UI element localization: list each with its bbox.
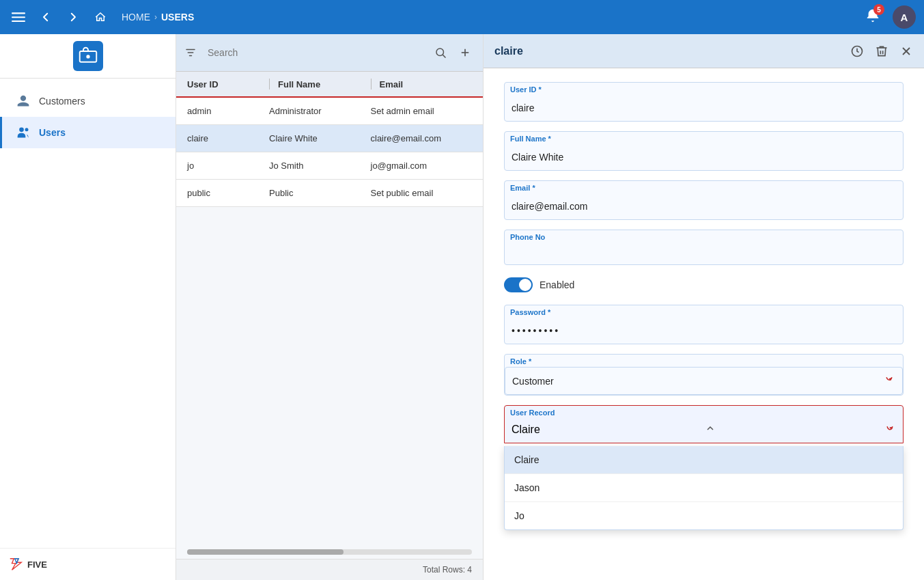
user-record-chevron-up bbox=[705, 423, 716, 437]
user-record-select[interactable]: Claire bbox=[505, 418, 903, 443]
table-row[interactable]: public Public Set public email bbox=[176, 180, 483, 207]
detail-body: User ID * Full Name * Email * bbox=[484, 68, 924, 580]
detail-header: claire bbox=[484, 34, 924, 68]
notification-badge: 5 bbox=[873, 4, 884, 15]
email-box: Email * bbox=[504, 180, 904, 220]
password-box: Password * bbox=[504, 305, 904, 344]
user-record-dropdown: Claire Jason Jo bbox=[504, 446, 904, 530]
enabled-toggle-row: Enabled bbox=[504, 277, 904, 292]
full-name-box: Full Name * bbox=[504, 131, 904, 171]
horizontal-scrollbar[interactable] bbox=[187, 549, 472, 555]
history-icon[interactable] bbox=[850, 44, 864, 58]
breadcrumb-home[interactable]: HOME bbox=[122, 12, 150, 23]
table-footer: Total Rows: 4 bbox=[176, 559, 483, 580]
user-id-field: User ID * bbox=[504, 82, 904, 122]
detail-panel: claire User ID * bbox=[484, 34, 924, 580]
user-record-field: User Record Claire bbox=[504, 405, 904, 530]
scrollbar-area[interactable] bbox=[176, 542, 483, 559]
password-field: Password * bbox=[504, 305, 904, 344]
role-dropdown-arrow bbox=[883, 373, 895, 389]
svg-point-5 bbox=[19, 128, 24, 133]
user-id-box: User ID * bbox=[504, 82, 904, 122]
home-icon bbox=[90, 7, 111, 27]
svg-point-9 bbox=[436, 49, 444, 56]
scrollbar-thumb[interactable] bbox=[187, 549, 344, 555]
table-row[interactable]: jo Jo Smith jo@gmail.com bbox=[176, 152, 483, 180]
enabled-toggle[interactable] bbox=[504, 277, 533, 292]
full-name-label: Full Name * bbox=[505, 132, 903, 144]
search-input[interactable] bbox=[202, 44, 425, 61]
sidebar: Customers Users FIVE bbox=[0, 34, 176, 580]
content-area: User ID Full Name Email admin Administra… bbox=[176, 34, 924, 580]
list-panel: User ID Full Name Email admin Administra… bbox=[176, 34, 484, 580]
role-box: Role * Customer bbox=[504, 354, 904, 396]
phone-box: Phone No bbox=[504, 230, 904, 265]
users-label: Users bbox=[39, 127, 66, 138]
svg-point-4 bbox=[86, 55, 89, 58]
sidebar-footer: FIVE bbox=[0, 548, 176, 580]
user-record-value: Claire bbox=[512, 424, 540, 436]
col-header-userid: User ID bbox=[187, 79, 269, 89]
customers-label: Customers bbox=[39, 96, 85, 107]
email-input[interactable] bbox=[505, 193, 903, 219]
total-rows: Total Rows: 4 bbox=[423, 565, 472, 575]
sidebar-item-users[interactable]: Users bbox=[0, 117, 176, 148]
users-icon bbox=[16, 125, 31, 140]
filter-icon[interactable] bbox=[184, 46, 197, 59]
sidebar-item-customers[interactable]: Customers bbox=[0, 85, 176, 117]
close-icon[interactable] bbox=[899, 44, 913, 58]
table-header: User ID Full Name Email bbox=[176, 72, 483, 98]
hamburger-menu-icon[interactable] bbox=[8, 7, 29, 27]
main-layout: Customers Users FIVE bbox=[0, 34, 924, 580]
role-field: Role * Customer bbox=[504, 354, 904, 396]
table-body: admin Administrator Set admin email clai… bbox=[176, 98, 483, 542]
password-label: Password * bbox=[505, 305, 903, 318]
top-nav: HOME › USERS 5 A bbox=[0, 0, 924, 34]
role-select[interactable]: Customer bbox=[505, 367, 903, 395]
phone-field: Phone No bbox=[504, 230, 904, 265]
sidebar-nav: Customers Users bbox=[0, 79, 176, 155]
role-label: Role * bbox=[505, 355, 903, 367]
full-name-field: Full Name * bbox=[504, 131, 904, 171]
password-input[interactable] bbox=[505, 318, 903, 344]
svg-rect-0 bbox=[12, 12, 25, 14]
svg-line-10 bbox=[443, 55, 445, 57]
svg-rect-1 bbox=[12, 16, 25, 18]
user-record-box: User Record Claire bbox=[504, 405, 904, 443]
breadcrumb: HOME › USERS bbox=[122, 12, 194, 23]
detail-title: claire bbox=[494, 45, 845, 57]
col-header-fullname: Full Name bbox=[269, 79, 371, 89]
svg-rect-2 bbox=[12, 20, 25, 22]
notification-bell[interactable]: 5 bbox=[865, 8, 880, 26]
user-avatar[interactable]: A bbox=[893, 5, 916, 29]
svg-point-6 bbox=[25, 128, 29, 131]
role-value: Customer bbox=[512, 376, 554, 387]
user-id-label: User ID * bbox=[505, 83, 903, 95]
sidebar-logo bbox=[0, 34, 176, 79]
email-label: Email * bbox=[505, 181, 903, 193]
user-id-input[interactable] bbox=[505, 95, 903, 121]
add-record-icon[interactable] bbox=[456, 43, 475, 62]
list-toolbar bbox=[176, 34, 483, 72]
phone-input[interactable] bbox=[505, 243, 903, 264]
table-row[interactable]: admin Administrator Set admin email bbox=[176, 98, 483, 125]
search-icon[interactable] bbox=[431, 43, 450, 62]
dropdown-option-jason[interactable]: Jason bbox=[505, 474, 903, 502]
back-arrow-icon[interactable] bbox=[36, 7, 56, 27]
app-logo-box bbox=[73, 41, 103, 71]
email-field: Email * bbox=[504, 180, 904, 220]
dropdown-option-claire[interactable]: Claire bbox=[505, 446, 903, 474]
dropdown-option-jo[interactable]: Jo bbox=[505, 502, 903, 529]
breadcrumb-current: USERS bbox=[161, 12, 194, 23]
toggle-thumb bbox=[519, 279, 531, 291]
table-row[interactable]: claire Claire White claire@email.com bbox=[176, 125, 483, 152]
user-record-label: User Record bbox=[505, 406, 903, 418]
user-record-dropdown-arrow-red bbox=[884, 422, 896, 437]
phone-label: Phone No bbox=[505, 230, 903, 243]
full-name-input[interactable] bbox=[505, 144, 903, 170]
col-header-email: Email bbox=[371, 79, 473, 89]
delete-icon[interactable] bbox=[875, 44, 888, 58]
forward-arrow-icon[interactable] bbox=[63, 7, 83, 27]
customers-icon bbox=[16, 94, 31, 109]
breadcrumb-separator: › bbox=[154, 12, 157, 22]
